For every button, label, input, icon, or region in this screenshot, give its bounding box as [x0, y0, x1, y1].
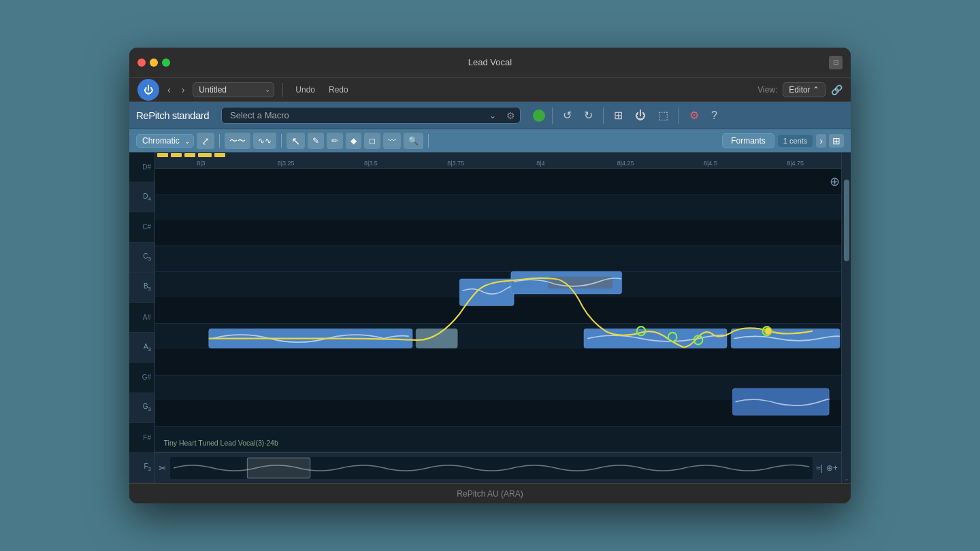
draw-sharp-button[interactable]: ✎: [308, 133, 324, 149]
grid-line: [155, 375, 841, 375]
pitch-row-a3: A3: [129, 333, 154, 363]
yellow-marker: [198, 153, 212, 157]
redo-plugin-button[interactable]: ↻: [581, 107, 596, 123]
status-indicator: [533, 110, 545, 122]
pitch-row-asharp: A#: [129, 303, 154, 333]
vibrato-button[interactable]: 〰: [383, 133, 401, 149]
extra-controls-button[interactable]: ⊞: [829, 134, 844, 148]
close-button[interactable]: [137, 59, 146, 67]
scale-dropdown-wrapper: Chromatic: [136, 134, 194, 148]
expand-right-button[interactable]: ›: [816, 134, 826, 148]
yellow-marker: [171, 153, 182, 157]
wave-tool-button[interactable]: 〜〜: [225, 133, 250, 149]
split-view-button[interactable]: ⬚: [655, 107, 672, 123]
eraser-button[interactable]: ◻: [364, 133, 380, 149]
zoom-button[interactable]: ⊡: [829, 56, 843, 69]
piano-roll[interactable]: Tiny Heart Tuned Lead Vocal(3)·24b ⊕: [155, 169, 841, 452]
cents-display: 1 cents: [777, 134, 813, 148]
yellow-marker: [184, 153, 195, 157]
maximize-button[interactable]: [162, 59, 170, 67]
svg-point-10: [694, 335, 703, 344]
formants-button[interactable]: Formants: [722, 133, 774, 148]
minimize-button[interactable]: [150, 59, 158, 67]
grid-line: [155, 169, 841, 195]
grid-line: [155, 323, 841, 324]
settings-plugin-button[interactable]: ⚙: [686, 107, 702, 123]
preset-select[interactable]: Untitled: [193, 82, 274, 97]
pitch-row-gsharp: G#: [129, 363, 154, 393]
title-bar: Lead Vocal ⊡: [129, 48, 851, 78]
scrollbar-tick: [845, 480, 848, 480]
pitch-row-f3: F3: [129, 453, 154, 483]
power-plugin-button[interactable]: ⏻: [632, 108, 649, 123]
editor-main: D# D4 C# C3 B3 A# A3 G# G3 F# F3: [129, 152, 851, 483]
scrollbar-thumb[interactable]: [844, 180, 849, 261]
timeline-ruler: 8|3 8|3.25 8|3.5 8|3.75 8|4 8|4.25 8|4.5…: [155, 152, 841, 169]
title-controls-right: ⊡: [829, 56, 843, 69]
svg-rect-0: [209, 329, 412, 348]
mini-map-waveform: [170, 457, 813, 479]
svg-rect-4: [549, 277, 613, 289]
pitch-row-b3: B3: [129, 273, 154, 303]
back-button[interactable]: ‹: [165, 83, 174, 97]
yellow-marker: [214, 153, 225, 157]
editor-content: 8|3 8|3.25 8|3.5 8|3.75 8|4 8|4.25 8|4.5…: [155, 152, 841, 483]
ruler-mark: 8|4.5: [668, 160, 753, 167]
mini-map-content[interactable]: [170, 457, 813, 479]
yellow-markers: [155, 152, 841, 158]
window-title: Lead Vocal: [468, 57, 512, 67]
grid-line: [155, 400, 841, 426]
zoom-mini-icon[interactable]: ⊕+: [826, 463, 838, 473]
right-scrollbar[interactable]: [841, 152, 851, 483]
mini-map: ✂ ≈| ⊕+: [155, 452, 841, 483]
svg-rect-2: [459, 279, 514, 305]
macro-select[interactable]: Select a Macro: [221, 107, 521, 124]
grid-line: [155, 220, 841, 246]
scissors-icon[interactable]: ✂: [159, 463, 167, 473]
line-tool-button[interactable]: ◆: [346, 133, 361, 149]
magnify-button[interactable]: 🔍: [404, 133, 423, 149]
help-button[interactable]: ?: [708, 108, 721, 123]
pitch-row-c3: C3: [129, 243, 154, 273]
editor-separator-1: [219, 134, 220, 148]
svg-rect-7: [732, 388, 829, 415]
plugin-separator-3: [679, 107, 679, 124]
zoom-controls[interactable]: ⊕: [830, 174, 840, 189]
status-bar: RePitch AU (ARA): [129, 483, 851, 503]
repitch-logo: RePitch standard: [136, 110, 209, 121]
zoom-in-icon[interactable]: ⊕: [830, 174, 840, 189]
scale-select[interactable]: Chromatic: [136, 134, 194, 148]
waveform-toggle[interactable]: ≈|: [816, 463, 823, 473]
plugin-separator-2: [603, 107, 604, 124]
forward-button[interactable]: ›: [179, 83, 188, 97]
select-tool-button[interactable]: ↖: [287, 133, 305, 149]
pitch-labels: D# D4 C# C3 B3 A# A3 G# G3 F# F3: [129, 152, 155, 483]
svg-point-9: [668, 333, 677, 341]
ruler-mark: 8|4.25: [583, 160, 668, 167]
power-button[interactable]: ⏻: [137, 79, 159, 101]
undo-button[interactable]: Undo: [291, 84, 319, 96]
toolbar-separator: [282, 83, 283, 97]
editor-view-button[interactable]: Editor ⌃: [783, 82, 826, 97]
undo-plugin-button[interactable]: ↺: [559, 107, 575, 123]
svg-rect-1: [416, 329, 457, 348]
plugin-separator-1: [552, 107, 553, 124]
grid-line: [155, 246, 841, 246]
ruler-mark: 8|4: [498, 160, 583, 167]
redo-button[interactable]: Redo: [325, 84, 353, 96]
svg-point-12: [765, 327, 772, 335]
macro-dropdown-wrapper: Select a Macro ⚙: [221, 107, 521, 124]
pitch-wave-button[interactable]: ∿∿: [253, 133, 276, 149]
draw-button[interactable]: ✏: [327, 133, 343, 149]
macro-settings-icon[interactable]: ⚙: [506, 110, 515, 121]
mini-map-controls: ≈| ⊕+: [816, 463, 838, 473]
svg-rect-3: [511, 271, 622, 294]
ruler-marks: 8|3 8|3.25 8|3.5 8|3.75 8|4 8|4.25 8|4.5…: [155, 160, 841, 167]
preset-dropdown-wrapper: Untitled: [193, 82, 274, 97]
editor-separator-2: [281, 134, 282, 148]
grid-view-button[interactable]: ⊞: [610, 107, 626, 123]
toolbar-row: ⏻ ‹ › Untitled Undo Redo View: Editor ⌃ …: [129, 78, 851, 102]
quantize-button[interactable]: ⤤: [197, 133, 214, 149]
main-window: Lead Vocal ⊡ ⏻ ‹ › Untitled Undo Redo Vi…: [129, 48, 851, 503]
link-button[interactable]: 🔗: [831, 84, 843, 95]
